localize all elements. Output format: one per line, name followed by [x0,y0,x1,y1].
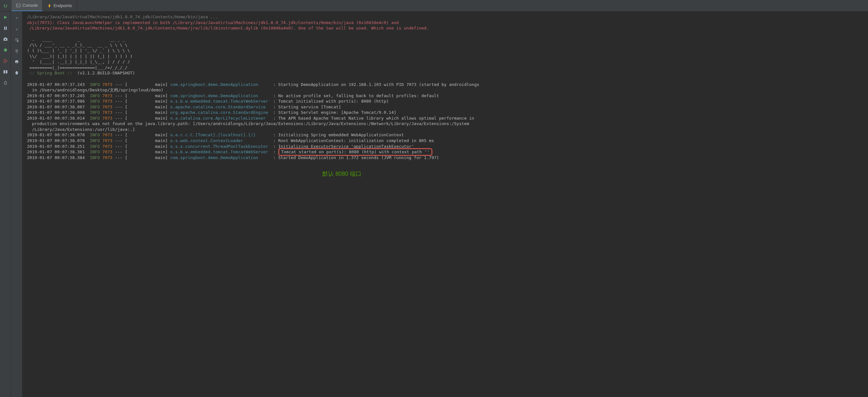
svg-rect-9 [16,60,18,61]
svg-point-5 [5,39,6,40]
tab-console[interactable]: Console [11,0,43,11]
svg-rect-11 [16,62,18,64]
print-button[interactable] [12,58,21,66]
annotation-text: 默认 8080 端口 [322,170,864,178]
svg-rect-4 [4,37,6,38]
tab-console-label: Console [23,3,38,8]
svg-rect-1 [4,27,5,30]
pause-button[interactable] [2,25,9,31]
debug-button[interactable] [2,47,9,53]
svg-rect-8 [6,70,7,73]
console-output[interactable]: /Library/Java/JavaVirtualMachines/jdk1.8… [23,11,868,397]
left-rail [0,11,11,397]
endpoints-icon [47,3,52,8]
down-button[interactable] [12,25,21,33]
exit-button[interactable] [2,58,9,64]
top-bar: Console Endpoints [0,0,868,11]
second-rail [11,11,23,397]
svg-rect-7 [3,70,5,73]
layout-button[interactable] [2,69,9,75]
svg-rect-0 [17,4,20,7]
run-button[interactable] [2,14,9,21]
camera-button[interactable] [2,36,9,42]
rerun-button[interactable] [1,2,10,10]
soft-wrap-button[interactable] [12,36,21,44]
main-area: /Library/Java/JavaVirtualMachines/jdk1.8… [0,11,868,397]
tab-endpoints-label: Endpoints [54,3,72,8]
svg-rect-2 [6,27,7,30]
trash-button[interactable] [12,69,21,77]
scroll-end-button[interactable] [12,47,21,55]
pin-button[interactable] [2,79,9,86]
up-button[interactable] [12,14,21,23]
console-icon [16,3,21,8]
tab-endpoints[interactable]: Endpoints [43,0,77,11]
tabs: Console Endpoints [11,0,77,11]
